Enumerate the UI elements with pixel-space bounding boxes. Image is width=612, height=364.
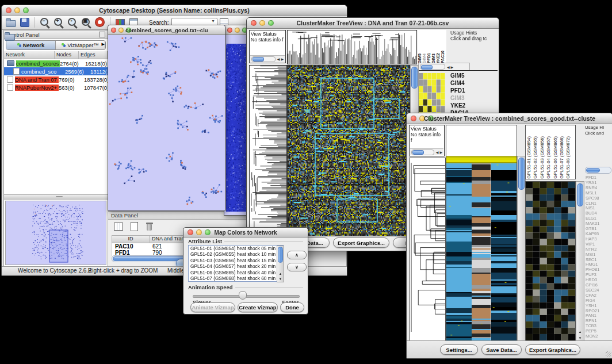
help-lifesaver-icon[interactable] — [94, 17, 106, 28]
save-data-button[interactable]: Save Data... — [481, 344, 522, 355]
array-label[interactable]: GPL51-01 (GSM854) — [526, 136, 532, 179]
close-button[interactable] — [111, 28, 116, 33]
attribute-list-scrollbar[interactable]: ▲ ▼ — [277, 246, 284, 282]
treeview2-titlebar[interactable]: ClusterMaker TreeView : combined_scores_… — [407, 113, 612, 124]
gene-label[interactable]: GIM4 — [450, 79, 469, 87]
attribute-item[interactable]: GPL51-04 (GSM857) heat shock 20 min — [190, 263, 283, 269]
float-panel-icon[interactable] — [99, 32, 105, 37]
heatmap-zoom-view[interactable] — [419, 73, 445, 119]
zoom-out-icon[interactable]: − — [39, 17, 51, 28]
attribute-item[interactable]: GPL51-07 (GSM868) heat shock 60 min — [190, 275, 283, 281]
global-hscrollbar[interactable]: ◀▶ — [418, 63, 470, 71]
array-label[interactable]: GPL51-03 (GSM856) — [539, 136, 545, 179]
view-status-box: View Status No status info f ◀▶ — [409, 125, 445, 156]
scroll-up-icon[interactable]: ▲ — [576, 329, 584, 335]
array-label[interactable]: GIM5 — [418, 53, 422, 63]
network-canvas[interactable] — [108, 35, 224, 210]
attribute-item[interactable]: GPL51-01 (GSM854) heat shock 05 min — [190, 246, 283, 251]
network-window-titlebar[interactable]: combined_scores_good.txt--cluste... — [108, 25, 225, 35]
resize-grip[interactable] — [606, 351, 611, 357]
usage-hints-box: Usage Hi Click and — [585, 125, 611, 136]
save-session-icon[interactable] — [19, 17, 30, 28]
row-dendrogram[interactable] — [409, 158, 446, 342]
column-dendrogram[interactable] — [287, 30, 417, 64]
row-dendrogram[interactable] — [249, 65, 287, 236]
settings-button[interactable]: Settings... — [440, 344, 478, 355]
view-status-scrollbar[interactable]: ◀▶ — [250, 55, 285, 62]
cytoscape-titlebar[interactable]: Cytoscape Desktop (Session Name: collins… — [2, 5, 347, 16]
control-panel: Control Panel NetworkVizMapper™ ▶ Networ… — [3, 30, 108, 268]
array-label[interactable]: GPL51-08 (GSM872) — [565, 136, 571, 179]
array-label[interactable]: PFD1 — [427, 53, 431, 63]
attribute-item[interactable]: GPL51-06 (GSM865) heat shock 40 min — [190, 270, 283, 275]
tab[interactable]: VizMapper™ — [56, 41, 105, 49]
attribute-list-group: Attribute List — [188, 238, 303, 244]
array-label[interactable]: GPL51-06 (GSM865) — [552, 136, 559, 179]
network-table-header[interactable]: Network Nodes Edges — [4, 51, 108, 59]
gene-label[interactable]: GIM3 — [450, 94, 469, 102]
network-item-icon — [7, 76, 13, 83]
select-attributes-icon[interactable] — [113, 221, 124, 232]
network-table-row[interactable]: DNA and Tran 07 769(0) 183728(0) — [4, 75, 108, 83]
array-label[interactable]: GIM3 — [431, 53, 436, 63]
gene-label[interactable]: MON2 — [586, 334, 611, 339]
scroll-down-icon[interactable]: ▼ — [277, 276, 284, 282]
export-graphics-button[interactable]: Export Graphics... — [525, 344, 580, 355]
network-table-row[interactable]: combined_sco 2569(6) 13112(15) — [4, 67, 108, 75]
view-status-text: No status info f — [411, 132, 443, 143]
view-status-scrollbar[interactable]: ◀▶ — [410, 148, 443, 155]
heatmap-global-view[interactable] — [287, 65, 410, 236]
done-button[interactable]: Done — [280, 302, 304, 312]
minimize-button[interactable] — [118, 28, 124, 33]
zoom-in-icon[interactable]: + — [53, 17, 64, 28]
network-window-title: combined_scores_good.txt--cluste... — [125, 27, 208, 33]
create-vizmap-button[interactable]: Create Vizmap — [238, 302, 278, 312]
network-table-row[interactable]: combined_scores 2764(0) 16218(0) — [4, 59, 108, 67]
close-button[interactable] — [251, 20, 257, 26]
attribute-item[interactable]: GPL51-02 (GSM855) heat shock 10 min — [190, 251, 283, 257]
array-label[interactable]: PAC10 — [441, 51, 445, 63]
scroll-arrows-icon[interactable]: ◀▶ — [277, 56, 285, 62]
array-label[interactable]: GIM4 — [422, 53, 427, 63]
delete-attribute-icon[interactable] — [144, 221, 155, 232]
slider-thumb[interactable] — [239, 291, 247, 300]
heatmap-global-view[interactable] — [446, 156, 517, 341]
close-button[interactable] — [188, 229, 193, 235]
gene-label[interactable]: PFD1 — [450, 87, 469, 94]
treeview1-titlebar[interactable]: ClusterMaker TreeView : DNA and Tran 07-… — [247, 18, 499, 29]
zoom-fit-icon[interactable]: ▫ — [67, 17, 78, 28]
animation-speed-label: Animation Speed — [188, 284, 233, 290]
new-attribute-icon[interactable] — [128, 221, 140, 232]
attribute-item[interactable]: GPL51-03 (GSM856) heat shock 15 min — [190, 258, 283, 263]
zoom-selected-icon[interactable]: ▣ — [81, 17, 92, 28]
array-label[interactable]: GPL51-07 (GSM868) — [559, 136, 565, 179]
scroll-arrows-icon[interactable]: ◀▶ — [436, 150, 443, 155]
close-button[interactable] — [6, 7, 12, 13]
scroll-arrows-icon[interactable]: ◀▶ — [447, 65, 454, 69]
network-table-row[interactable]: RNAPuberNov2+ 563(0) 107847(0) — [4, 83, 108, 91]
panel-splitter[interactable] — [4, 194, 108, 200]
open-session-icon[interactable] — [5, 17, 17, 28]
tab-overflow-icon[interactable]: ▶ — [102, 42, 105, 47]
array-label[interactable]: GPL51-02 (GSM855) — [532, 136, 538, 179]
attribute-list[interactable]: GPL51-01 (GSM854) heat shock 05 minGPL51… — [188, 245, 284, 282]
birdseye-view[interactable] — [5, 201, 106, 265]
zoom-vscrollbar[interactable]: ▲ ▼ — [576, 181, 584, 342]
move-down-button[interactable]: ∨ — [287, 263, 307, 271]
export-graphics-button[interactable]: Export Graphics... — [333, 237, 389, 248]
move-up-button[interactable]: ∧ — [287, 251, 307, 259]
array-label[interactable]: GPL51-04 (GSM857) — [545, 136, 552, 179]
dialog-titlebar[interactable]: Map Colors to Network — [183, 228, 308, 237]
close-button[interactable] — [411, 116, 416, 121]
minimize-button[interactable] — [235, 28, 240, 33]
tab[interactable]: Network — [6, 41, 56, 49]
gene-list-hscrollbar[interactable] — [585, 167, 611, 174]
gene-label[interactable]: GIM5 — [450, 72, 469, 79]
heatmap-zoom-view[interactable] — [525, 181, 576, 341]
gene-labels: GIM5GIM4PFD1GIM3YKE2PAC10 — [450, 72, 469, 117]
animate-vizmap-button[interactable]: Animate Vizmap — [190, 302, 235, 312]
heatmap-vscrollbar[interactable] — [517, 156, 526, 341]
close-button[interactable] — [227, 28, 232, 33]
array-label[interactable]: YKE2 — [436, 53, 441, 63]
gene-label[interactable]: YKE2 — [450, 102, 469, 109]
